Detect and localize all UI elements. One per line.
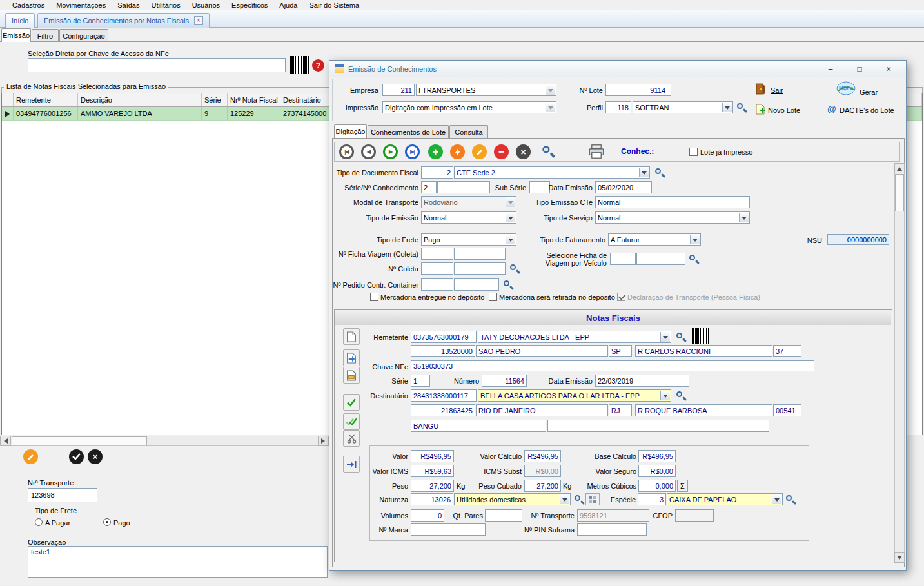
perfil-search-icon[interactable] bbox=[736, 102, 747, 113]
nav-prior-button[interactable]: ◀ bbox=[361, 144, 376, 159]
radio-a-pagar[interactable] bbox=[35, 518, 43, 526]
ficha-veiculo-field-2[interactable] bbox=[636, 253, 685, 265]
radio-pago[interactable] bbox=[103, 518, 111, 526]
tipo-frete-dropdown-icon[interactable] bbox=[506, 235, 515, 244]
nav-first-button[interactable]: |◀ bbox=[339, 144, 354, 159]
process-button[interactable] bbox=[450, 144, 465, 159]
valor-icms-field[interactable]: R$59,63 bbox=[411, 465, 454, 477]
perfil-combo[interactable]: SOFTRAN bbox=[633, 101, 733, 113]
confirm-nota-button[interactable] bbox=[343, 394, 360, 411]
impressao-combo[interactable]: Digitação com Impressão em Lote bbox=[382, 101, 556, 113]
remetente-search-icon[interactable] bbox=[675, 331, 687, 343]
close-button[interactable]: × bbox=[879, 63, 898, 75]
tipo-frete-combo[interactable]: Pago bbox=[421, 233, 516, 246]
col-remetente[interactable]: Remetente bbox=[14, 93, 78, 106]
destinatario-uf-field[interactable]: RJ bbox=[609, 404, 632, 416]
metros-cubicos-field[interactable]: 0,000 bbox=[638, 480, 676, 492]
especie-code-field[interactable]: 3 bbox=[638, 493, 666, 505]
col-descricao[interactable]: Descrição bbox=[78, 93, 202, 106]
serie-conhecimento-field[interactable]: 2 bbox=[421, 181, 437, 193]
nota-numero-field[interactable]: 11564 bbox=[482, 375, 527, 387]
destinatario-numero-field[interactable]: 00541 bbox=[773, 404, 801, 416]
especie-combo[interactable]: CAIXA DE PAPELAO bbox=[667, 493, 783, 505]
tipo-faturamento-dropdown-icon[interactable] bbox=[690, 235, 700, 244]
dtab-digitacao[interactable]: Digitação bbox=[334, 124, 367, 138]
novo-lote-button[interactable]: Novo Lote bbox=[768, 106, 800, 115]
empresa-code-field[interactable]: 211 bbox=[382, 84, 415, 96]
nr-transporte-input[interactable] bbox=[28, 488, 97, 502]
destinatario-dropdown-icon[interactable] bbox=[660, 391, 670, 400]
new-nota-button[interactable] bbox=[343, 328, 360, 345]
subtab-emissao[interactable]: Emissão bbox=[1, 28, 31, 42]
natureza-detail-button[interactable] bbox=[585, 493, 600, 505]
remetente-uf-field[interactable]: SP bbox=[609, 345, 632, 357]
destinatario-cidade-field[interactable]: RIO DE JANEIRO bbox=[476, 404, 608, 416]
menu-saidas[interactable]: Saídas bbox=[112, 1, 145, 9]
help-icon[interactable]: ? bbox=[312, 59, 324, 72]
scroll-left-button[interactable] bbox=[0, 436, 11, 446]
valores-nota-button[interactable] bbox=[343, 367, 360, 384]
tipo-documento-search-icon[interactable] bbox=[654, 167, 665, 179]
remetente-dropdown-icon[interactable] bbox=[660, 332, 670, 342]
coleta-field-1[interactable] bbox=[421, 262, 453, 275]
modal-transporte-combo[interactable]: Rodoviário bbox=[421, 196, 516, 208]
qt-pares-field[interactable] bbox=[485, 509, 522, 522]
search-button[interactable] bbox=[541, 144, 556, 159]
print-button[interactable] bbox=[589, 144, 604, 160]
nr-conhecimento-field[interactable] bbox=[437, 181, 490, 193]
marca-field[interactable] bbox=[411, 523, 486, 536]
destinatario-combo[interactable]: BELLA CASA ARTIGOS PARA O LAR LTDA - EPP bbox=[478, 389, 671, 402]
col-serie[interactable]: Série bbox=[202, 93, 228, 106]
remetente-cidade-field[interactable]: SAO PEDRO bbox=[476, 345, 608, 357]
menu-ajuda[interactable]: Ajuda bbox=[273, 1, 303, 9]
ficha-veiculo-search-icon[interactable] bbox=[688, 253, 700, 265]
especie-dropdown-icon[interactable] bbox=[772, 494, 781, 504]
dtab-consulta[interactable]: Consulta bbox=[449, 125, 488, 138]
dactes-do-lote-button[interactable]: DACTE's do Lote bbox=[840, 106, 894, 115]
cut-nota-button[interactable] bbox=[343, 430, 360, 447]
tab-inicio[interactable]: Início bbox=[5, 13, 35, 28]
mercadoria-retirada-checkbox[interactable] bbox=[489, 293, 497, 301]
nav-next-button[interactable]: ▶ bbox=[383, 144, 398, 159]
destinatario-search-icon[interactable] bbox=[675, 390, 687, 402]
add-record-button[interactable]: + bbox=[428, 144, 443, 159]
tab-emissao-conhecimentos[interactable]: Emissão de Conhecimentos por Notas Fisca… bbox=[37, 13, 210, 28]
insert-nota-button[interactable] bbox=[343, 456, 360, 473]
lote-impresso-label[interactable]: Lote já Impresso bbox=[700, 148, 752, 157]
scroll-right-button[interactable] bbox=[318, 436, 329, 446]
minimize-button[interactable]: – bbox=[821, 63, 840, 75]
valor-calculo-field[interactable]: R$496,95 bbox=[524, 450, 561, 462]
gerar-button[interactable]: Gerar bbox=[860, 88, 878, 97]
dialog-vscrollbar[interactable] bbox=[894, 163, 905, 563]
lote-field[interactable]: 9114 bbox=[605, 84, 671, 96]
menu-utilitarios[interactable]: Utilitários bbox=[145, 1, 186, 9]
remetente-combo[interactable]: TATY DECORACOES LTDA - EPP bbox=[478, 331, 671, 343]
ficha-viagem-field-1[interactable] bbox=[421, 248, 453, 260]
pin-suframa-field[interactable] bbox=[577, 523, 647, 536]
destinatario-complemento-field[interactable] bbox=[547, 420, 769, 432]
sair-button[interactable]: Sair bbox=[771, 86, 783, 95]
remetente-numero-field[interactable]: 37 bbox=[773, 345, 801, 357]
chave-acesso-input[interactable] bbox=[28, 58, 286, 72]
coleta-search-icon[interactable] bbox=[509, 263, 520, 275]
menu-movimentacoes[interactable]: Movimentações bbox=[50, 1, 112, 9]
perfil-code-field[interactable]: 118 bbox=[605, 101, 631, 113]
empresa-dropdown-icon[interactable] bbox=[546, 85, 555, 95]
tipo-documento-dropdown-icon[interactable] bbox=[639, 168, 649, 177]
nsu-field[interactable]: 0000000000 bbox=[827, 234, 889, 245]
tipo-servico-combo[interactable]: Normal bbox=[595, 211, 750, 224]
menu-cadastros[interactable]: Cadastros bbox=[6, 1, 50, 9]
edit-button[interactable] bbox=[23, 449, 38, 464]
valor-field[interactable]: R$496,95 bbox=[411, 450, 454, 462]
col-nota-fiscal[interactable]: Nrº Nota Fiscal bbox=[228, 93, 280, 106]
sum-button[interactable]: Σ bbox=[677, 480, 688, 492]
pedido-container-field-2[interactable] bbox=[454, 278, 499, 291]
tab-close-icon[interactable]: × bbox=[194, 16, 203, 25]
radio-a-pagar-label[interactable]: A Pagar bbox=[45, 519, 70, 527]
especie-search-icon[interactable] bbox=[785, 494, 796, 505]
export-nota-button[interactable] bbox=[343, 349, 360, 366]
confirm-all-notas-button[interactable] bbox=[343, 413, 360, 430]
remetente-code-field[interactable]: 03735763000179 bbox=[411, 331, 477, 343]
dialog-scroll-down-button[interactable] bbox=[894, 552, 905, 563]
destinatario-cep-field[interactable]: 21863425 bbox=[411, 404, 475, 416]
